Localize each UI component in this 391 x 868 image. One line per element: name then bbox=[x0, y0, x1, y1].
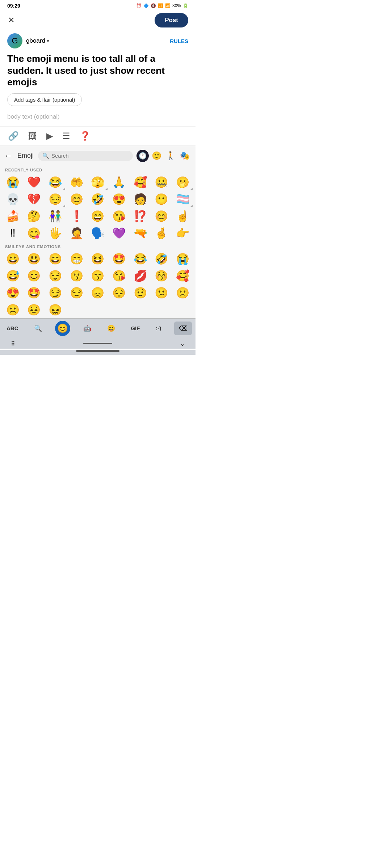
smiley-emoji[interactable]: 🤩 bbox=[24, 284, 45, 301]
recently-used-emoji[interactable]: 💔 bbox=[24, 191, 45, 208]
body-text-placeholder[interactable]: body text (optional) bbox=[0, 110, 196, 126]
recently-used-emoji[interactable]: 😘 bbox=[108, 208, 130, 225]
recently-used-emoji[interactable]: 💀 bbox=[2, 191, 24, 208]
smiley-emoji[interactable]: 😔 bbox=[108, 284, 130, 301]
recently-used-emoji[interactable]: 😊 bbox=[151, 208, 172, 225]
smiley-emoji[interactable]: 😞 bbox=[87, 284, 109, 301]
recently-used-emoji[interactable]: 😍 bbox=[108, 191, 130, 208]
help-icon[interactable]: ❓ bbox=[79, 130, 91, 142]
recently-used-label: RECENTLY USED bbox=[0, 165, 196, 174]
smiley-emoji[interactable]: 😂 bbox=[130, 250, 151, 267]
smiley-emoji[interactable]: 😊 bbox=[24, 267, 45, 284]
home-indicator bbox=[76, 350, 119, 352]
recent-emoji-category[interactable]: 🕐 bbox=[136, 150, 149, 162]
recently-used-emoji[interactable]: 🧑 bbox=[130, 191, 151, 208]
recently-used-emoji[interactable]: 🏳️‍⚧️ bbox=[172, 191, 193, 208]
smiley-emoji[interactable]: 😆 bbox=[87, 250, 109, 267]
smiley-emoji[interactable]: 😁 bbox=[66, 250, 87, 267]
recently-used-emoji[interactable]: 😄 bbox=[87, 208, 109, 225]
smiley-emoji[interactable]: 😅 bbox=[2, 267, 24, 284]
emoji-button[interactable]: 😊 bbox=[55, 321, 70, 336]
recently-used-emoji[interactable]: 🤐 bbox=[151, 174, 172, 191]
recently-used-emoji[interactable]: 🤞 bbox=[151, 225, 172, 242]
username-row[interactable]: gboard ▾ bbox=[26, 37, 49, 44]
keyboard-bottom-bar: ABC 🔍 😊 🤖 😄 GIF :-) ⌫ bbox=[0, 318, 196, 337]
image-icon[interactable]: 🖼 bbox=[28, 130, 38, 142]
recently-used-emoji[interactable]: 🤦 bbox=[66, 225, 87, 242]
smiley-emoji[interactable]: 😒 bbox=[66, 284, 87, 301]
smiley-emoji[interactable]: 🤩 bbox=[108, 250, 130, 267]
recently-used-emoji[interactable]: ❤️ bbox=[24, 174, 45, 191]
recently-used-emoji[interactable]: 🤔 bbox=[24, 208, 45, 225]
recently-used-emoji[interactable]: 🗣️ bbox=[87, 225, 109, 242]
smiley-emoji[interactable]: 🥰 bbox=[172, 267, 193, 284]
recently-used-emoji[interactable]: ⁉️ bbox=[130, 208, 151, 225]
smiley-emoji[interactable]: 😍 bbox=[2, 284, 24, 301]
smiley-emoji[interactable]: 😘 bbox=[108, 267, 130, 284]
recently-used-emoji[interactable]: 😂 bbox=[45, 174, 66, 191]
recently-used-emoji[interactable]: 🥰 bbox=[130, 174, 151, 191]
recently-used-emoji[interactable]: 🔫 bbox=[130, 225, 151, 242]
smiley-emoji[interactable]: 🤣 bbox=[151, 250, 172, 267]
smiley-emoji[interactable]: 😃 bbox=[24, 250, 45, 267]
abc-button[interactable]: ABC bbox=[4, 322, 21, 334]
smiley-emoji[interactable]: 🙁 bbox=[172, 284, 193, 301]
system-bottom-nav: ⠿ ⌄ bbox=[0, 337, 196, 349]
recently-used-emoji[interactable]: 😔 bbox=[45, 191, 66, 208]
video-icon[interactable]: ▶ bbox=[46, 130, 54, 142]
recently-used-emoji[interactable]: 🫣 bbox=[87, 174, 109, 191]
smiley-emoji[interactable]: 😭 bbox=[172, 250, 193, 267]
recently-used-emoji[interactable]: ❗ bbox=[66, 208, 87, 225]
recently-used-emoji[interactable]: 😶 bbox=[151, 191, 172, 208]
recently-used-emoji[interactable]: 😋 bbox=[24, 225, 45, 242]
smiley-emoji[interactable]: ☹️ bbox=[2, 301, 24, 318]
emoji-search-box[interactable]: 🔍 bbox=[38, 151, 133, 161]
list-icon[interactable]: ☰ bbox=[62, 130, 71, 142]
recently-used-emoji[interactable]: 🤣 bbox=[87, 191, 109, 208]
nav-grid-icon: ⠿ bbox=[11, 340, 15, 347]
recently-used-emoji[interactable]: ‼️ bbox=[2, 225, 24, 242]
backspace-button[interactable]: ⌫ bbox=[174, 322, 192, 335]
emoji-search-input[interactable] bbox=[51, 153, 129, 159]
special-emoji-category[interactable]: 🎭 bbox=[178, 150, 191, 162]
bitmoji-button[interactable]: 🤖 bbox=[80, 322, 94, 335]
smiley-emoji[interactable]: 😏 bbox=[45, 284, 66, 301]
smiley-emoji[interactable]: 😀 bbox=[2, 250, 24, 267]
smiley-emoji[interactable]: 😙 bbox=[87, 267, 109, 284]
nav-home-bar bbox=[83, 343, 112, 344]
smiley-emoji[interactable]: 😄 bbox=[45, 250, 66, 267]
post-button[interactable]: Post bbox=[155, 13, 188, 27]
emoji-header: ← Emoji 🔍 🕐 🙂 🚶 🎭 bbox=[0, 146, 196, 165]
recently-used-emoji[interactable]: 💜 bbox=[108, 225, 130, 242]
recently-used-emoji[interactable]: 🍰 bbox=[2, 208, 24, 225]
recently-used-emoji[interactable]: 🖐 bbox=[45, 225, 66, 242]
recently-used-emoji[interactable]: 🫢 bbox=[172, 174, 193, 191]
recently-used-emoji[interactable]: 🤲 bbox=[66, 174, 87, 191]
recently-used-emoji[interactable]: ☝️ bbox=[172, 208, 193, 225]
link-icon[interactable]: 🔗 bbox=[7, 130, 20, 142]
recently-used-emoji[interactable]: 😭 bbox=[2, 174, 24, 191]
tags-flair-button[interactable]: Add tags & flair (optional) bbox=[7, 93, 82, 106]
recently-used-emoji[interactable]: 👫 bbox=[45, 208, 66, 225]
emoji-keyboard-button2[interactable]: 😄 bbox=[104, 322, 118, 335]
gif-button[interactable]: GIF bbox=[128, 322, 143, 334]
close-button[interactable]: ✕ bbox=[6, 13, 17, 27]
smiley-emoji[interactable]: 💋 bbox=[130, 267, 151, 284]
people-emoji-category[interactable]: 🚶 bbox=[164, 150, 177, 162]
smiley-emoji-category[interactable]: 🙂 bbox=[150, 150, 163, 162]
smiley-emoji[interactable]: 😣 bbox=[24, 301, 45, 318]
sticker-button[interactable]: 🔍 bbox=[31, 322, 45, 335]
recently-used-emoji[interactable]: 👉 bbox=[172, 225, 193, 242]
smiley-emoji[interactable]: 😕 bbox=[151, 284, 172, 301]
rules-button[interactable]: RULES bbox=[170, 38, 188, 44]
gif-label: GIF bbox=[131, 325, 140, 331]
recently-used-emoji[interactable]: 🙏 bbox=[108, 174, 130, 191]
smiley-emoji[interactable]: 😌 bbox=[45, 267, 66, 284]
smiley-emoji[interactable]: 😖 bbox=[45, 301, 66, 318]
smiley-emoji[interactable]: 😟 bbox=[130, 284, 151, 301]
smiley-emoji[interactable]: 😚 bbox=[151, 267, 172, 284]
recently-used-emoji[interactable]: 😊 bbox=[66, 191, 87, 208]
emoticon-button[interactable]: :-) bbox=[153, 322, 164, 334]
smiley-emoji[interactable]: 😗 bbox=[66, 267, 87, 284]
back-button[interactable]: ← bbox=[4, 150, 15, 162]
